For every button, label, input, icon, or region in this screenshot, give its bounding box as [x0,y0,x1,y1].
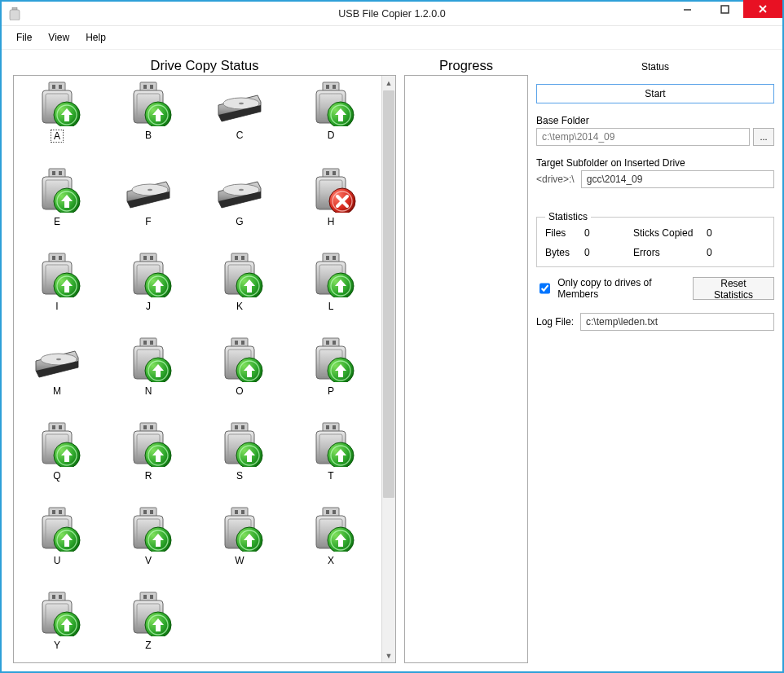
usb-drive-icon [31,167,83,213]
drive-letter-label: P [302,385,359,397]
stat-bytes-label: Bytes [545,247,584,258]
drive-item-A[interactable]: A [29,81,86,143]
drive-row: Q R S T [29,421,377,482]
drive-item-C[interactable]: C [211,81,268,143]
drive-letter-label: B [120,130,177,141]
drive-item-S[interactable]: S [211,421,268,482]
drive-letter-label: Z [120,640,177,651]
drive-letter-label: Y [29,640,86,651]
drive-item-M[interactable]: M [29,336,86,397]
drive-item-J[interactable]: J [120,252,177,312]
start-button[interactable]: Start [536,84,774,103]
usb-drive-icon [31,591,83,636]
status-heading: Status [536,55,774,84]
drive-item-E[interactable]: E [29,167,86,227]
usb-drive-icon [305,167,357,213]
drive-item-Z[interactable]: Z [120,591,177,651]
drive-letter-label: H [302,216,359,227]
progress-panel [404,75,528,663]
scrollbar[interactable]: ▲ ▼ [381,76,395,662]
drive-item-X[interactable]: X [302,506,359,566]
usb-drive-icon [122,81,174,126]
app-icon [8,7,21,20]
scroll-up-icon[interactable]: ▲ [382,76,395,90]
target-subfolder-input[interactable] [581,170,774,188]
drive-copy-column: Drive Copy Status A B C [13,55,396,663]
drive-item-W[interactable]: W [211,506,268,566]
usb-drive-icon [305,421,357,467]
drive-letter-label: C [211,130,268,141]
drive-item-V[interactable]: V [120,506,177,566]
stat-errors-value: 0 [707,247,731,258]
progress-title: Progress [404,55,528,75]
drive-item-P[interactable]: P [302,336,359,397]
titlebar[interactable]: USB File Copier 1.2.0.0 [2,2,782,26]
base-folder-label: Base Folder [536,115,774,126]
target-subfolder-label: Target Subfolder on Inserted Drive [536,157,774,169]
statistics-group: Statistics Files 0 Sticks Copied 0 Bytes… [536,211,774,267]
drive-grid[interactable]: A B C D E [14,76,381,662]
usb-drive-icon [122,336,174,382]
drive-grid-panel: A B C D E [13,75,396,663]
drive-item-B[interactable]: B [120,81,177,143]
scroll-down-icon[interactable]: ▼ [382,649,395,662]
drive-item-H[interactable]: H [302,167,359,227]
drive-letter-label: E [29,216,86,227]
stat-sticks-label: Sticks Copied [633,227,707,239]
disk-drive-icon [214,81,266,126]
drive-letter-label: N [120,385,177,397]
menu-view[interactable]: View [40,29,77,46]
usb-drive-icon [122,591,174,636]
log-file-input[interactable] [580,313,774,331]
menu-file[interactable]: File [8,29,40,46]
close-button[interactable] [743,0,782,18]
drive-item-D[interactable]: D [302,81,359,143]
drive-item-Q[interactable]: Q [29,421,86,482]
base-folder-input[interactable] [536,128,750,146]
menu-help[interactable]: Help [77,29,114,46]
drive-item-O[interactable]: O [211,336,268,397]
usb-drive-icon [305,81,357,126]
browse-button[interactable]: ... [753,128,774,146]
drive-row: Y Z [29,591,377,651]
app-window: USB File Copier 1.2.0.0 File View Help D… [0,0,784,673]
usb-drive-icon [305,252,357,297]
minimize-button[interactable] [668,0,706,18]
drive-item-Y[interactable]: Y [29,591,86,651]
drive-letter-label: G [211,216,268,227]
only-members-checkbox[interactable] [540,283,550,294]
drive-item-R[interactable]: R [120,421,177,482]
svg-rect-14 [721,6,729,13]
drive-letter-label: S [211,470,268,482]
drive-row: I J K L [29,252,377,312]
usb-drive-icon [305,336,357,382]
drive-item-N[interactable]: N [120,336,177,397]
drive-letter-label: D [302,130,359,141]
drive-item-I[interactable]: I [29,252,86,312]
only-members-label[interactable]: Only copy to drives of Members [557,277,688,300]
drive-item-K[interactable]: K [211,252,268,312]
drive-letter-label: J [120,301,177,312]
drive-letter-label: X [302,555,359,566]
stat-errors-label: Errors [633,247,707,258]
maximize-button[interactable] [706,0,743,18]
usb-drive-icon [31,252,83,297]
drive-item-G[interactable]: G [211,167,268,227]
drive-item-F[interactable]: F [120,167,177,227]
drive-item-T[interactable]: T [302,421,359,482]
drive-letter-label: T [302,470,359,482]
usb-drive-icon [305,506,357,552]
content-area: Drive Copy Status A B C [2,50,782,671]
drive-letter-label: F [120,216,177,227]
log-file-label: Log File: [536,316,574,328]
drive-item-L[interactable]: L [302,252,359,312]
reset-statistics-button[interactable]: Reset Statistics [693,277,774,300]
drive-letter-label: L [302,301,359,312]
drive-letter-label: R [120,470,177,482]
drive-letter-label: M [29,385,86,397]
usb-drive-icon [31,506,83,552]
drive-item-U[interactable]: U [29,506,86,566]
drive-letter-label: Q [29,470,86,482]
stat-files-value: 0 [584,227,633,239]
scroll-thumb[interactable] [383,90,394,498]
